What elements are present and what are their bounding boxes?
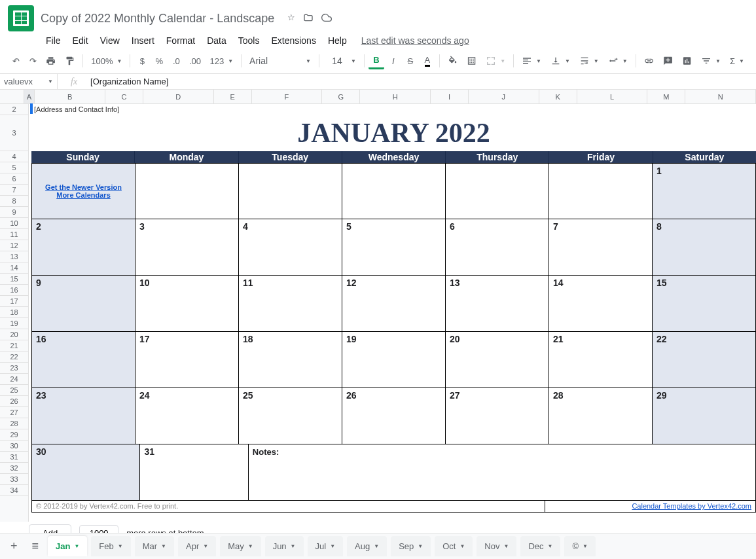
more-calendars-link[interactable]: More Calendars — [36, 191, 131, 199]
row-header-2[interactable]: 2 — [0, 104, 28, 115]
zoom-select[interactable]: 100%▼ — [87, 55, 126, 67]
row-header-14[interactable]: 14 — [0, 262, 28, 274]
redo-button[interactable]: ↷ — [25, 52, 41, 69]
row-header-9[interactable]: 9 — [0, 207, 28, 218]
italic-button[interactable]: I — [386, 52, 401, 69]
menu-insert[interactable]: Insert — [126, 33, 160, 48]
calendar-cell[interactable]: 17 — [135, 332, 239, 388]
text-rotation-button[interactable]: ▼ — [604, 54, 632, 67]
calendar-cell[interactable] — [342, 163, 446, 219]
calendar-cell[interactable]: 5 — [342, 219, 446, 276]
row-header-32[interactable]: 32 — [0, 463, 28, 474]
menu-view[interactable]: View — [95, 33, 125, 48]
menu-help[interactable]: Help — [323, 33, 352, 48]
row-header-20[interactable]: 20 — [0, 329, 28, 340]
row-header-18[interactable]: 18 — [0, 307, 28, 318]
menu-extensions[interactable]: Extensions — [266, 33, 321, 48]
calendar-cell[interactable]: 3 — [135, 219, 239, 276]
column-header-C[interactable]: C — [105, 90, 143, 103]
font-family-select[interactable]: Arial▼ — [245, 54, 315, 67]
column-header-L[interactable]: L — [577, 90, 648, 103]
sheet-tab-jul[interactable]: Jul▼ — [308, 536, 344, 556]
bold-button[interactable]: B — [369, 52, 384, 69]
sheet-tab-may[interactable]: May▼ — [220, 536, 261, 556]
increase-decimal-button[interactable]: .00 — [185, 52, 204, 69]
calendar-cell[interactable]: 4 — [239, 219, 342, 276]
menu-format[interactable]: Format — [161, 33, 200, 48]
row-header-17[interactable]: 17 — [0, 296, 28, 307]
select-all-corner[interactable] — [0, 90, 24, 103]
sheet-tab-dec[interactable]: Dec▼ — [520, 536, 560, 556]
sheet-tab-sep[interactable]: Sep▼ — [391, 536, 431, 556]
name-box[interactable]: valuevx▼ — [0, 74, 58, 89]
calendar-cell[interactable]: 23 — [31, 388, 135, 444]
add-sheet-button[interactable]: + — [5, 535, 23, 557]
last-edit-link[interactable]: Last edit was seconds ago — [361, 35, 469, 46]
paint-format-button[interactable] — [61, 52, 79, 69]
calendar-cell[interactable]: 2 — [31, 219, 135, 276]
calendar-cell[interactable]: 31 — [140, 444, 248, 501]
newer-version-link[interactable]: Get the Newer Version — [36, 183, 131, 191]
row-header-30[interactable]: 30 — [0, 441, 28, 452]
calendar-cell[interactable] — [549, 163, 653, 219]
address-cell[interactable]: [Address and Contact Info] — [31, 104, 756, 115]
column-header-I[interactable]: I — [431, 90, 469, 103]
row-header-27[interactable]: 27 — [0, 407, 28, 418]
star-icon[interactable]: ☆ — [287, 12, 295, 25]
calendar-cell[interactable]: 8 — [653, 219, 756, 276]
calendar-cell[interactable]: 14 — [549, 276, 653, 332]
calendar-cell[interactable]: 24 — [135, 388, 239, 444]
calendar-cell[interactable]: 21 — [549, 332, 653, 388]
insert-link-button[interactable] — [640, 52, 658, 69]
menu-edit[interactable]: Edit — [67, 33, 94, 48]
sheet-tab-©[interactable]: ©▼ — [564, 536, 596, 556]
sheet-tab-mar[interactable]: Mar▼ — [135, 536, 174, 556]
calendar-cell[interactable]: 27 — [446, 388, 549, 444]
row-header-21[interactable]: 21 — [0, 340, 28, 352]
functions-button[interactable]: Σ▼ — [726, 55, 748, 67]
calendar-cell[interactable]: 10 — [135, 276, 239, 332]
column-header-A[interactable]: A — [24, 90, 35, 103]
sheets-logo[interactable] — [8, 5, 34, 31]
font-size-select[interactable]: 14▼ — [323, 54, 360, 67]
templates-link[interactable]: Calendar Templates by Vertex42.com — [632, 502, 751, 510]
sheet-tab-apr[interactable]: Apr▼ — [178, 536, 216, 556]
calendar-cell[interactable]: 18 — [239, 332, 342, 388]
column-header-J[interactable]: J — [469, 90, 539, 103]
row-header-12[interactable]: 12 — [0, 240, 28, 251]
row-header-23[interactable]: 23 — [0, 363, 28, 374]
sheet-tab-jan[interactable]: Jan▼ — [48, 536, 87, 556]
column-header-D[interactable]: D — [143, 90, 214, 103]
all-sheets-button[interactable]: ≡ — [27, 535, 45, 557]
row-header-26[interactable]: 26 — [0, 396, 28, 407]
column-header-M[interactable]: M — [647, 90, 685, 103]
percent-button[interactable]: % — [151, 52, 167, 69]
currency-button[interactable]: $ — [134, 52, 150, 69]
calendar-cell[interactable]: 26 — [342, 388, 446, 444]
calendar-cell[interactable]: 7 — [549, 219, 653, 276]
calendar-cell[interactable]: 11 — [239, 276, 342, 332]
row-header-29[interactable]: 29 — [0, 429, 28, 441]
row-header-8[interactable]: 8 — [0, 196, 28, 207]
row-header-5[interactable]: 5 — [0, 162, 28, 173]
row-header-22[interactable]: 22 — [0, 352, 28, 363]
calendar-cell[interactable]: 20 — [446, 332, 549, 388]
sheet-tab-jun[interactable]: Jun▼ — [265, 536, 304, 556]
row-header-6[interactable]: 6 — [0, 173, 28, 185]
calendar-cell[interactable]: 30 — [31, 444, 140, 501]
row-header-34[interactable]: 34 — [0, 485, 28, 496]
column-header-G[interactable]: G — [322, 90, 360, 103]
calendar-cell[interactable]: 6 — [446, 219, 549, 276]
undo-button[interactable]: ↶ — [8, 52, 24, 69]
menu-file[interactable]: File — [41, 33, 66, 48]
number-format-select[interactable]: 123▼ — [206, 55, 238, 67]
calendar-cell[interactable]: 13 — [446, 276, 549, 332]
fill-color-button[interactable] — [444, 52, 461, 69]
calendar-cell[interactable]: 29 — [653, 388, 756, 444]
vertical-align-button[interactable]: ▼ — [547, 54, 574, 67]
cloud-icon[interactable] — [321, 12, 332, 25]
calendar-cell[interactable]: 1 — [653, 163, 756, 219]
sheet-tab-feb[interactable]: Feb▼ — [91, 536, 130, 556]
column-header-H[interactable]: H — [360, 90, 431, 103]
column-header-N[interactable]: N — [685, 90, 756, 103]
